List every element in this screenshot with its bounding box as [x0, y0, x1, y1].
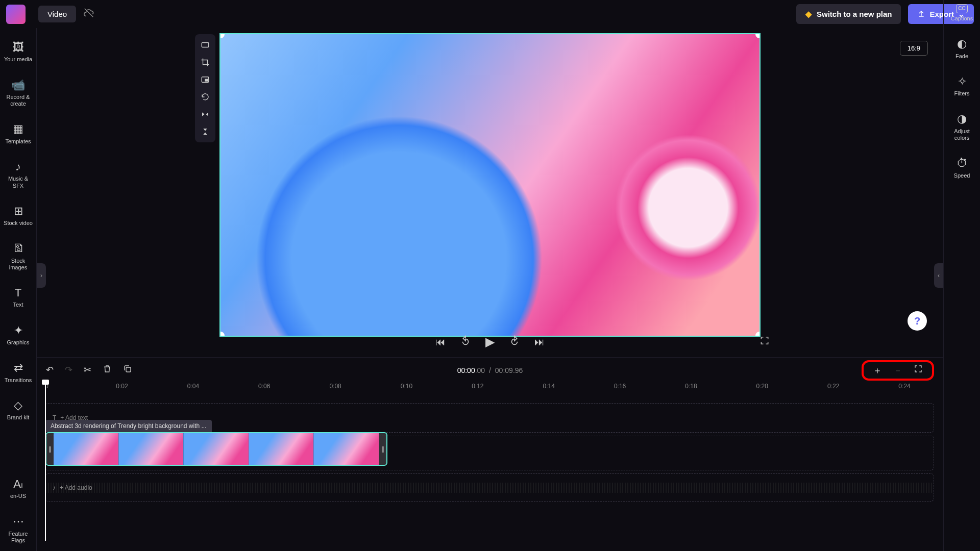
zoom-in-button[interactable]: ＋ — [873, 364, 882, 377]
timecode-display: 00:00.00 / 00:09.96 — [457, 366, 523, 374]
preview-shape — [576, 95, 761, 320]
captions-icon: CC — [956, 4, 967, 13]
ruler-tick: 0:06 — [258, 383, 270, 390]
filters-icon: ✧ — [958, 75, 967, 88]
aspect-ratio-button[interactable]: 16:9 — [900, 41, 928, 56]
ruler-tick: 0:12 — [472, 383, 483, 390]
timeline-ruler[interactable]: 0 0:02 0:04 0:06 0:08 0:10 0:12 0:14 0:1… — [45, 383, 934, 395]
undo-button[interactable]: ↶ — [46, 364, 54, 376]
ruler-tick: 0:08 — [329, 383, 341, 390]
sidebar-your-media[interactable]: 🖼Your media — [3, 41, 34, 63]
sidebar-templates[interactable]: ▦Templates — [3, 122, 34, 145]
ruler-tick: 0:14 — [543, 383, 555, 390]
ruler-tick: 0:04 — [187, 383, 199, 390]
question-icon: ? — [914, 315, 920, 327]
flip-v-button[interactable] — [197, 123, 213, 140]
split-button[interactable]: ✂ — [84, 364, 91, 376]
clip-thumb — [119, 433, 184, 465]
zoom-out-button[interactable]: － — [893, 364, 902, 377]
ruler-tick: 0:18 — [685, 383, 697, 390]
ruler-tick: 0:20 — [756, 383, 768, 390]
video-icon: ⊞ — [14, 205, 23, 218]
sidebar-right: CCCaptions ◐Fade ✧Filters ◑Adjust colors… — [943, 0, 980, 551]
zoom-controls-highlighted: ＋ － — [862, 360, 934, 381]
switch-plan-label: Switch to a new plan — [817, 10, 892, 18]
ruler-tick: 0:16 — [614, 383, 626, 390]
ruler-tick: 0:24 — [898, 383, 910, 390]
project-title-chip[interactable]: Video — [38, 6, 76, 22]
adjust-icon: ◑ — [957, 112, 967, 126]
clip-trim-left[interactable]: ‖ — [46, 433, 54, 465]
play-button[interactable]: ▶ — [485, 335, 495, 349]
crop-button[interactable] — [197, 54, 213, 71]
sidebar-left: 🖼Your media 📹Record & create ▦Templates … — [0, 28, 37, 551]
sidebar-captions[interactable]: CCCaptions — [946, 4, 978, 22]
preview-toolbar — [195, 34, 215, 142]
preview-area: 16:9 — [37, 28, 943, 360]
svg-rect-0 — [202, 43, 209, 47]
redo-button[interactable]: ↷ — [65, 364, 72, 376]
delete-button[interactable] — [103, 364, 112, 376]
preview-shape — [220, 81, 578, 337]
playhead[interactable] — [45, 382, 46, 541]
video-clip[interactable]: Abstract 3d rendering of Trendy bright b… — [45, 420, 387, 471]
clip-thumb — [314, 433, 379, 465]
resize-handle-tl[interactable] — [219, 33, 225, 38]
fullscreen-button[interactable] — [760, 336, 770, 348]
sidebar-graphics[interactable]: ✦Graphics — [3, 324, 34, 346]
skip-end-button[interactable]: ⏭ — [534, 336, 545, 348]
timeline-toolbar: ↶ ↷ ✂ 00:00.00 / 00:09.96 ＋ － — [37, 357, 943, 383]
back-10s-button[interactable] — [460, 335, 471, 349]
graphics-icon: ✦ — [14, 324, 23, 337]
rotate-button[interactable] — [197, 88, 213, 106]
sidebar-brand-kit[interactable]: ◇Brand kit — [3, 399, 34, 421]
audio-waveform-placeholder — [45, 483, 934, 493]
cloud-sync-off-icon[interactable] — [83, 7, 94, 21]
app-logo[interactable] — [6, 5, 26, 24]
sidebar-adjust-colors[interactable]: ◑Adjust colors — [946, 112, 978, 141]
text-icon: T — [15, 286, 21, 299]
audio-track-lane[interactable]: ♪+ Add audio — [45, 473, 934, 502]
clip-trim-right[interactable]: ‖ — [379, 433, 386, 465]
fit-button[interactable] — [197, 36, 213, 54]
templates-icon: ▦ — [13, 122, 23, 136]
brand-icon: ◇ — [14, 399, 22, 412]
forward-10s-button[interactable] — [509, 335, 520, 349]
resize-handle-tr[interactable] — [755, 33, 761, 38]
language-icon: Aᵢ — [13, 478, 23, 491]
clip-label: Abstract 3d rendering of Trendy bright b… — [45, 420, 212, 432]
sidebar-stock-images[interactable]: 🖻Stock images — [3, 242, 34, 271]
sidebar-language[interactable]: Aᵢen-US — [3, 478, 34, 500]
preview-canvas[interactable] — [219, 33, 761, 337]
pip-button[interactable] — [197, 71, 213, 88]
dots-icon: ⋯ — [13, 515, 24, 528]
playback-controls: ⏮ ▶ ⏭ ? — [37, 327, 943, 357]
sidebar-speed[interactable]: ⏱Speed — [946, 157, 978, 179]
sidebar-fade[interactable]: ◐Fade — [946, 37, 978, 60]
ruler-tick: 0:10 — [401, 383, 412, 390]
skip-start-button[interactable]: ⏮ — [435, 336, 446, 348]
duplicate-button[interactable] — [123, 364, 132, 376]
video-track-lane[interactable]: Abstract 3d rendering of Trendy bright b… — [45, 436, 934, 470]
sidebar-feature-flags[interactable]: ⋯Feature Flags — [3, 515, 34, 544]
help-button[interactable]: ? — [908, 311, 927, 331]
music-icon: ♪ — [15, 160, 21, 173]
switch-plan-button[interactable]: ◆ Switch to a new plan — [796, 4, 901, 24]
fade-icon: ◐ — [957, 37, 967, 51]
media-icon: 🖼 — [13, 41, 24, 54]
timecode-total: 00:09 — [495, 366, 513, 374]
sidebar-stock-video[interactable]: ⊞Stock video — [3, 205, 34, 227]
sidebar-record[interactable]: 📹Record & create — [3, 79, 34, 108]
sidebar-music[interactable]: ♪Music & SFX — [3, 160, 34, 189]
sidebar-transitions[interactable]: ⇄Transitions — [3, 361, 34, 384]
sidebar-text[interactable]: TText — [3, 286, 34, 309]
timeline-tracks: T+ Add text Abstract 3d rendering of Tre… — [45, 403, 934, 505]
add-audio-placeholder: ♪+ Add audio — [53, 484, 92, 491]
svg-rect-3 — [126, 367, 131, 372]
timecode-current: 00:00 — [457, 366, 475, 374]
sidebar-filters[interactable]: ✧Filters — [946, 75, 978, 97]
flip-h-button[interactable] — [197, 106, 213, 123]
ruler-tick: 0:22 — [827, 383, 839, 390]
transitions-icon: ⇄ — [14, 361, 23, 374]
zoom-fit-button[interactable] — [914, 364, 923, 376]
